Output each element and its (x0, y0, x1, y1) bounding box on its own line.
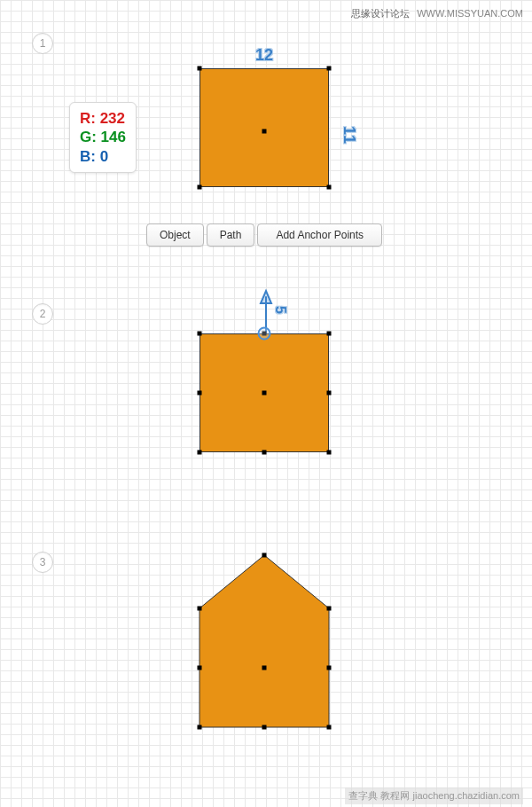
anchor-point[interactable] (198, 185, 202, 190)
color-g-label: G: 146 (80, 128, 126, 146)
square-shape-1[interactable] (200, 68, 329, 187)
watermark-cn: 思缘设计论坛 (351, 8, 410, 19)
color-b-label: B: 0 (80, 147, 126, 166)
rgb-color-box: R: 232 G: 146 B: 0 (69, 102, 137, 173)
color-r-label: R: 232 (80, 109, 126, 128)
height-label: 11 (340, 126, 358, 144)
anchor-point[interactable] (262, 725, 267, 730)
button-row: Object Path Add Anchor Points (146, 223, 382, 247)
anchor-point[interactable] (327, 607, 332, 611)
anchor-point[interactable] (327, 725, 332, 730)
anchor-point[interactable] (327, 451, 332, 455)
arrow-distance-label: 5 (272, 306, 288, 314)
anchor-point[interactable] (327, 185, 332, 190)
step-badge-1: 1 (32, 33, 53, 54)
anchor-point[interactable] (198, 67, 202, 71)
anchor-point[interactable] (198, 666, 202, 670)
anchor-point[interactable] (198, 451, 202, 455)
anchor-point[interactable] (198, 391, 202, 396)
center-point (262, 129, 267, 134)
selected-anchor-ring[interactable] (258, 327, 271, 341)
watermark-top: 思缘设计论坛 WWW.MISSYUAN.COM (351, 7, 523, 20)
watermark-bottom: 查字典 教程网 jiaocheng.chazidian.com (345, 787, 523, 804)
svg-marker-0 (200, 555, 329, 727)
anchor-point[interactable] (262, 451, 267, 455)
watermark-url: WWW.MISSYUAN.COM (417, 8, 523, 19)
anchor-point[interactable] (327, 391, 332, 396)
anchor-point[interactable] (327, 332, 332, 336)
path-button[interactable]: Path (207, 223, 255, 247)
step-badge-2: 2 (32, 303, 53, 325)
step-badge-3: 3 (32, 552, 53, 573)
center-point (262, 666, 267, 670)
anchor-point[interactable] (198, 725, 202, 730)
center-point (262, 391, 267, 396)
anchor-point[interactable] (327, 666, 332, 670)
anchor-point[interactable] (262, 553, 267, 558)
anchor-point[interactable] (198, 332, 202, 336)
anchor-point[interactable] (198, 607, 202, 611)
anchor-point[interactable] (327, 67, 332, 71)
add-anchor-points-button[interactable]: Add Anchor Points (257, 223, 382, 247)
width-label: 12 (255, 46, 273, 65)
house-shape[interactable] (198, 553, 332, 729)
object-button[interactable]: Object (146, 223, 204, 247)
